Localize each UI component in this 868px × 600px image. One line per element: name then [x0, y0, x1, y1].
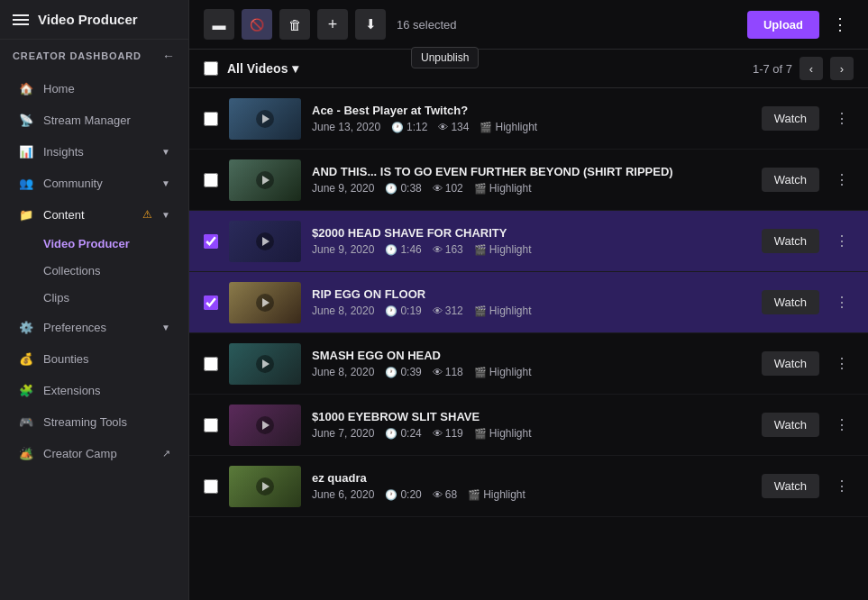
- clock-icon: 🕐: [391, 122, 404, 133]
- content-icon: 📁: [18, 206, 34, 223]
- chevron-down-icon: ▼: [161, 178, 170, 188]
- video-date: June 6, 2020: [312, 488, 374, 501]
- watch-button[interactable]: Watch: [762, 290, 819, 314]
- video-views: 👁 102: [433, 182, 463, 195]
- video-date: June 13, 2020: [312, 121, 380, 133]
- video-type: 🎬 Highlight: [474, 305, 532, 317]
- watch-button[interactable]: Watch: [762, 351, 819, 376]
- tag-icon: 🎬: [468, 489, 480, 501]
- delete-button[interactable]: 🗑: [279, 9, 310, 40]
- app-title: Video Producer: [38, 12, 138, 27]
- row-more-button[interactable]: ⋮: [830, 352, 854, 376]
- video-thumbnail: [229, 282, 301, 323]
- eye-off-icon: 🚫: [250, 18, 264, 32]
- video-type: 🎬 Highlight: [474, 243, 532, 256]
- vertical-ellipsis-icon: ⋮: [835, 416, 849, 433]
- add-button[interactable]: +: [317, 9, 348, 40]
- row-checkbox[interactable]: [204, 112, 218, 126]
- sidebar-item-creator-camp[interactable]: 🏕️ Creator Camp ↗: [5, 438, 183, 468]
- row-more-button[interactable]: ⋮: [830, 414, 854, 437]
- chevron-down-icon: ▼: [161, 323, 170, 332]
- pagination-text: 1-7 of 7: [753, 62, 792, 76]
- sidebar-item-community[interactable]: 👥 Community ▼: [5, 168, 183, 198]
- back-icon[interactable]: ←: [162, 49, 176, 63]
- video-thumbnail: [229, 466, 301, 507]
- sidebar-item-video-producer[interactable]: Video Producer: [5, 231, 183, 257]
- vertical-ellipsis-icon: ⋮: [835, 294, 849, 311]
- sidebar-item-bounties[interactable]: 💰 Bounties: [5, 343, 183, 374]
- all-videos-filter[interactable]: All Videos ▾: [227, 61, 298, 76]
- row-checkbox[interactable]: [204, 418, 218, 432]
- video-info: $1000 EYEBROW SLIT SHAVE June 7, 2020 🕐 …: [312, 410, 751, 440]
- sidebar-item-preferences[interactable]: ⚙️ Preferences ▼: [5, 312, 183, 342]
- sidebar-item-insights[interactable]: 📊 Insights ▼: [5, 136, 183, 167]
- sidebar-item-content[interactable]: 📁 Content ⚠ ▼: [5, 199, 183, 230]
- clock-icon: 🕐: [385, 428, 397, 440]
- upload-button[interactable]: Upload: [747, 11, 819, 39]
- table-row: RIP EGG ON FLOOR June 8, 2020 🕐 0:19 👁 3…: [189, 272, 868, 333]
- toolbar: ▬ 🚫 🗑 + ⬇ 16 selected Unpublish Upload ⋮: [189, 0, 868, 50]
- row-more-button[interactable]: ⋮: [830, 291, 854, 314]
- toolbar-more-button[interactable]: ⋮: [827, 11, 854, 38]
- row-checkbox[interactable]: [204, 479, 218, 494]
- sidebar-item-collections[interactable]: Collections: [5, 258, 183, 284]
- video-views: 👁 134: [438, 121, 469, 133]
- prev-page-button[interactable]: ‹: [799, 57, 823, 80]
- video-info: $2000 HEAD SHAVE FOR CHARITY June 9, 202…: [312, 226, 751, 256]
- export-button[interactable]: ⬇: [355, 9, 386, 40]
- sidebar-item-extensions[interactable]: 🧩 Extensions: [5, 375, 183, 405]
- home-icon: 🏠: [18, 80, 34, 96]
- video-info: AND THIS... IS TO GO EVEN FURTHER BEYOND…: [312, 165, 751, 195]
- row-checkbox[interactable]: [204, 234, 218, 249]
- row-more-button[interactable]: ⋮: [830, 475, 854, 498]
- hamburger-icon[interactable]: [13, 14, 29, 25]
- video-type: 🎬 Highlight: [468, 488, 525, 501]
- video-thumbnail: [229, 221, 301, 262]
- video-views: 👁 119: [433, 427, 463, 440]
- chevron-down-icon: ▼: [161, 147, 170, 157]
- row-more-button[interactable]: ⋮: [830, 168, 854, 192]
- video-date: June 7, 2020: [312, 427, 374, 440]
- video-title: $2000 HEAD SHAVE FOR CHARITY: [312, 226, 751, 240]
- watch-button[interactable]: Watch: [762, 229, 819, 253]
- dropdown-chevron-icon: ▾: [292, 61, 298, 76]
- video-meta: June 8, 2020 🕐 0:39 👁 118 🎬 Highlight: [312, 366, 751, 378]
- row-more-button[interactable]: ⋮: [830, 107, 854, 131]
- sidebar-item-clips[interactable]: Clips: [5, 285, 183, 311]
- row-checkbox[interactable]: [204, 357, 218, 371]
- creator-dashboard-label: CREATOR DASHBOARD ←: [0, 40, 188, 68]
- video-thumbnail: [229, 159, 301, 201]
- eye-icon: 👁: [433, 367, 443, 377]
- table-row: $2000 HEAD SHAVE FOR CHARITY June 9, 202…: [189, 211, 868, 272]
- tag-icon: 🎬: [474, 183, 487, 195]
- sidebar-item-stream-manager[interactable]: 📡 Stream Manager: [5, 105, 183, 135]
- eye-icon: 👁: [433, 183, 443, 194]
- video-title: RIP EGG ON FLOOR: [312, 287, 751, 301]
- watch-button[interactable]: Watch: [762, 474, 819, 498]
- row-more-button[interactable]: ⋮: [830, 230, 854, 253]
- table-row: ez quadra June 6, 2020 🕐 0:20 👁 68 🎬 Hig…: [189, 456, 868, 517]
- table-row: AND THIS... IS TO GO EVEN FURTHER BEYOND…: [189, 150, 868, 211]
- video-date: June 9, 2020: [312, 243, 374, 256]
- watch-button[interactable]: Watch: [762, 168, 819, 192]
- unpublish-button[interactable]: 🚫: [242, 9, 272, 40]
- chevron-down-icon: ▼: [161, 210, 170, 220]
- video-list-header: All Videos ▾ 1-7 of 7 ‹ ›: [189, 50, 868, 88]
- warning-icon: ⚠: [142, 208, 152, 221]
- row-checkbox[interactable]: [204, 295, 218, 310]
- video-info: ez quadra June 6, 2020 🕐 0:20 👁 68 🎬 Hig…: [312, 471, 751, 501]
- external-link-icon: ↗: [162, 448, 170, 459]
- vertical-ellipsis-icon: ⋮: [835, 110, 849, 127]
- video-rows: Ace - Best Player at Twitch? June 13, 20…: [189, 88, 868, 600]
- deselect-all-button[interactable]: ▬: [204, 9, 234, 40]
- row-checkbox[interactable]: [204, 173, 218, 187]
- watch-button[interactable]: Watch: [762, 106, 819, 131]
- next-page-button[interactable]: ›: [830, 57, 854, 80]
- video-duration: 🕐 0:20: [385, 488, 421, 501]
- watch-button[interactable]: Watch: [762, 413, 819, 437]
- video-date: June 8, 2020: [312, 305, 374, 317]
- tag-icon: 🎬: [474, 305, 487, 317]
- sidebar-item-home[interactable]: 🏠 Home: [5, 73, 183, 104]
- sidebar-item-streaming-tools[interactable]: 🎮 Streaming Tools: [5, 406, 183, 437]
- select-all-checkbox[interactable]: [204, 61, 218, 76]
